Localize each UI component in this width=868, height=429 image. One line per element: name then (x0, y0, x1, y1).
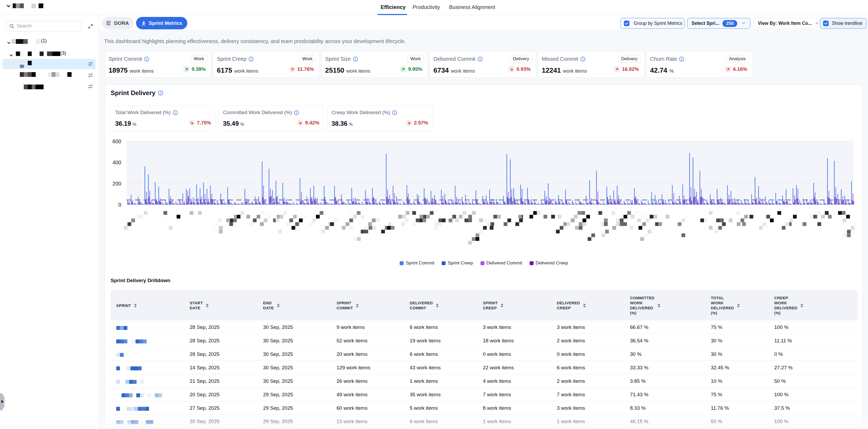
svg-text:200: 200 (113, 181, 121, 186)
svg-text:400: 400 (113, 159, 121, 165)
svg-text:600: 600 (113, 139, 121, 144)
svg-text:0: 0 (118, 202, 121, 208)
